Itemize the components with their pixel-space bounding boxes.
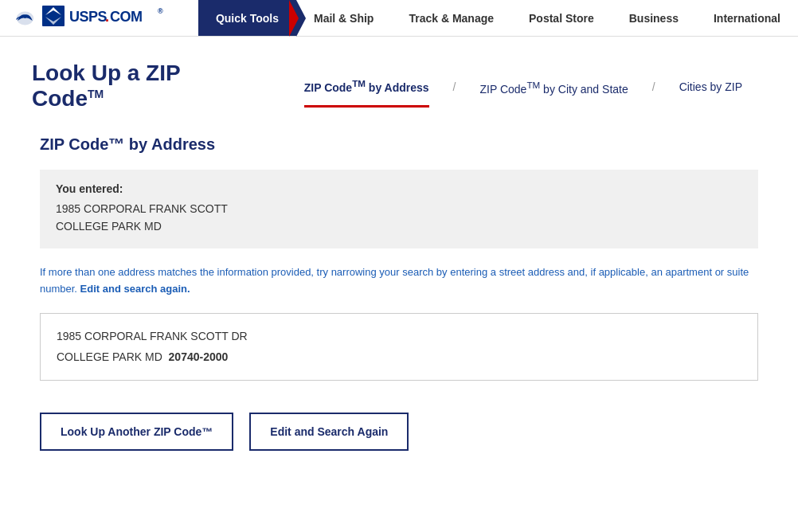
btn-row: Look Up Another ZIP Code™ Edit and Searc… bbox=[40, 413, 758, 451]
nav-track-manage[interactable]: Track & Manage bbox=[391, 0, 511, 36]
nav-international[interactable]: International bbox=[696, 0, 798, 36]
lookup-another-button[interactable]: Look Up Another ZIP Code™ bbox=[40, 413, 233, 451]
svg-text:COM: COM bbox=[110, 9, 143, 25]
sub-tabs: ZIP CodeTM by Address / ZIP CodeTM by Ci… bbox=[304, 61, 766, 108]
svg-text:®: ® bbox=[158, 7, 163, 15]
logo[interactable]: USPS . COM ® bbox=[0, 0, 198, 36]
nav-bar: USPS . COM ® Quick Tools Mail & Ship Tra… bbox=[0, 0, 798, 37]
entered-address: 1985 CORPORAL FRANK SCOTT COLLEGE PARK M… bbox=[56, 200, 742, 236]
page-title: Look Up a ZIP CodeTM bbox=[32, 61, 256, 111]
nav-items: Quick Tools Mail & Ship Track & Manage P… bbox=[198, 0, 798, 36]
result-address: 1985 CORPORAL FRANK SCOTT DR COLLEGE PAR… bbox=[57, 327, 741, 366]
info-message: If more than one address matches the inf… bbox=[40, 264, 758, 298]
tab-cities-by-zip[interactable]: Cities by ZIP bbox=[679, 69, 742, 104]
nav-quick-tools[interactable]: Quick Tools bbox=[198, 0, 296, 36]
nav-business[interactable]: Business bbox=[612, 0, 696, 36]
main-content: Look Up a ZIP CodeTM ZIP CodeTM by Addre… bbox=[0, 37, 798, 475]
svg-text:USPS: USPS bbox=[69, 9, 108, 25]
nav-postal-store[interactable]: Postal Store bbox=[511, 0, 612, 36]
entered-box: You entered: 1985 CORPORAL FRANK SCOTT C… bbox=[40, 170, 758, 248]
logo-text: USPS . COM ® bbox=[42, 4, 186, 33]
edit-search-again-button[interactable]: Edit and Search Again bbox=[249, 413, 409, 451]
tab-zip-by-city-state[interactable]: ZIP CodeTM by City and State bbox=[480, 68, 628, 107]
result-box: 1985 CORPORAL FRANK SCOTT DR COLLEGE PAR… bbox=[40, 313, 758, 380]
entered-label: You entered: bbox=[56, 182, 742, 195]
svg-text:.: . bbox=[105, 9, 109, 25]
section-title: ZIP Code™ by Address bbox=[32, 135, 766, 154]
nav-mail-ship[interactable]: Mail & Ship bbox=[296, 0, 391, 36]
tab-zip-by-address[interactable]: ZIP CodeTM by Address bbox=[304, 67, 429, 108]
edit-search-again-link[interactable]: Edit and search again. bbox=[80, 283, 190, 295]
